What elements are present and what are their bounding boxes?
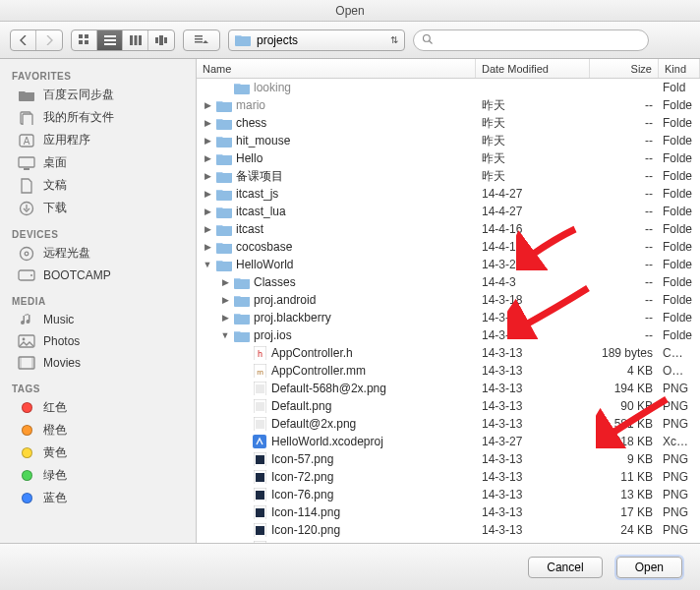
cell-name: ▶itcast — [197, 222, 476, 236]
open-dialog: Open projects ⇅ FAVORITES百度云同步盘我的所有 — [0, 0, 700, 590]
table-row[interactable]: lookingFold — [197, 79, 700, 96]
disclosure-triangle[interactable]: ▶ — [220, 313, 230, 323]
col-name[interactable]: Name — [197, 59, 476, 78]
table-row[interactable]: hAppController.h14-3-13189 bytesC… — [197, 344, 700, 362]
table-row[interactable]: ▶Hello昨天--Folde — [197, 149, 700, 167]
view-columns-button[interactable] — [123, 30, 148, 50]
disclosure-triangle[interactable]: ▶ — [203, 224, 212, 234]
table-row[interactable]: ▶chess昨天--Folde — [197, 114, 700, 132]
file-name: AppController.h — [271, 346, 353, 360]
sidebar-item[interactable]: Photos — [0, 330, 196, 352]
file-name: hit_mouse — [236, 134, 290, 148]
svg-rect-6 — [104, 43, 116, 45]
sidebar-item[interactable]: Movies — [0, 352, 196, 374]
table-row[interactable]: Default-568h@2x.png14-3-13194 KBPNG — [197, 380, 700, 397]
disclosure-triangle[interactable]: ▶ — [203, 242, 212, 252]
sidebar-item[interactable]: BOOTCAMP — [0, 265, 196, 286]
table-row[interactable]: ▶proj.android14-3-18--Folde — [197, 291, 700, 309]
disclosure-triangle[interactable]: ▶ — [203, 171, 212, 181]
search-field[interactable] — [413, 30, 649, 51]
back-button[interactable] — [11, 30, 36, 50]
table-row[interactable]: ▶itcast_lua14-4-27--Folde — [197, 203, 700, 220]
sidebar-item[interactable]: 红色 — [0, 396, 196, 419]
table-row[interactable]: Default@2x.png14-3-13581 KBPNG — [197, 415, 700, 433]
view-coverflow-button[interactable] — [148, 30, 174, 50]
table-row[interactable]: ▶cocosbase14-4-16--Folde — [197, 238, 700, 256]
sidebar-item[interactable]: 蓝色 — [0, 487, 196, 509]
disclosure-triangle[interactable]: ▶ — [203, 136, 212, 146]
disclosure-triangle[interactable]: ▶ — [203, 189, 212, 199]
cell-date: 14-4-27 — [476, 205, 590, 218]
view-list-button[interactable] — [97, 30, 123, 50]
sidebar-item[interactable]: 桌面 — [0, 151, 196, 174]
table-row[interactable]: ▶Classes14-4-3--Folde — [197, 273, 700, 291]
table-row[interactable]: mAppController.mm14-3-134 KBO… — [197, 362, 700, 380]
folder-icon — [216, 222, 232, 236]
table-row[interactable]: ▼proj.ios14-3-27--Folde — [197, 326, 700, 344]
table-row[interactable]: Default.png14-3-1390 KBPNG — [197, 397, 700, 415]
svg-rect-9 — [139, 35, 142, 45]
path-dropdown[interactable]: projects ⇅ — [228, 30, 405, 51]
sidebar-item[interactable]: 绿色 — [0, 464, 196, 487]
disclosure-triangle[interactable]: ▶ — [220, 277, 230, 287]
table-row[interactable]: ▶itcast14-4-16--Folde — [197, 220, 700, 238]
table-row[interactable]: Icon-120.png14-3-1324 KBPNG — [197, 521, 700, 539]
svg-rect-10 — [155, 37, 158, 43]
table-row[interactable]: ▶proj.blackberry14-3-27--Folde — [197, 309, 700, 326]
table-row[interactable]: ▶itcast_js14-4-27--Folde — [197, 185, 700, 203]
cell-name: Default-568h@2x.png — [197, 382, 476, 395]
table-row[interactable]: Icon-57.png14-3-139 KBPNG — [197, 450, 700, 468]
sidebar-item[interactable]: 黄色 — [0, 442, 196, 464]
arrange-button[interactable] — [184, 30, 219, 50]
open-button[interactable]: Open — [616, 557, 682, 578]
cell-kind: Folde — [659, 151, 700, 165]
folder-icon — [234, 328, 250, 342]
sidebar-item-label: 黄色 — [43, 444, 67, 461]
disclosure-triangle[interactable]: ▶ — [203, 206, 212, 216]
view-icon-button[interactable] — [72, 30, 97, 50]
cell-kind: PNG — [659, 488, 700, 502]
table-row[interactable]: Icon-72.png14-3-1311 KBPNG — [197, 468, 700, 486]
svg-point-26 — [25, 252, 29, 256]
table-row[interactable]: ▶备课项目昨天--Folde — [197, 167, 700, 185]
cell-size: 194 KB — [590, 382, 659, 395]
disclosure-triangle[interactable]: ▶ — [203, 118, 212, 128]
sidebar-item[interactable]: 百度云同步盘 — [0, 84, 196, 106]
sidebar-item[interactable]: Music — [0, 309, 196, 330]
col-kind[interactable]: Kind — [659, 59, 700, 78]
table-row[interactable]: Icon-144.png14-3-1326 KBPNG — [197, 539, 700, 543]
forward-button[interactable] — [36, 30, 62, 50]
sidebar-item[interactable]: 文稿 — [0, 174, 196, 197]
col-date[interactable]: Date Modified — [476, 59, 590, 78]
file-name: Icon-57.png — [271, 452, 333, 466]
file-name: HelloWorld — [236, 258, 293, 271]
sidebar-item-label: Movies — [43, 356, 81, 370]
table-row[interactable]: Icon-114.png14-3-1317 KBPNG — [197, 503, 700, 521]
sidebar-item[interactable]: 下载 — [0, 197, 196, 219]
search-input[interactable] — [438, 33, 640, 47]
table-row[interactable]: ▼HelloWorld14-3-27--Folde — [197, 256, 700, 273]
cancel-button[interactable]: Cancel — [528, 557, 602, 578]
sidebar-item[interactable]: 我的所有文件 — [0, 106, 196, 129]
svg-rect-39 — [256, 384, 264, 393]
sidebar-item[interactable]: A应用程序 — [0, 129, 196, 151]
disclosure-triangle[interactable]: ▶ — [220, 295, 230, 305]
search-icon — [422, 31, 434, 49]
svg-rect-55 — [254, 541, 266, 543]
table-row[interactable]: Icon-76.png14-3-1313 KBPNG — [197, 486, 700, 503]
table-row[interactable]: HelloWorld.xcodeproj14-3-27218 KBXc… — [197, 433, 700, 450]
disclosure-triangle[interactable]: ▶ — [203, 153, 212, 163]
table-row[interactable]: ▶hit_mouse昨天--Folde — [197, 132, 700, 149]
table-row[interactable]: ▶mario昨天--Folde — [197, 96, 700, 114]
file-rows[interactable]: lookingFold▶mario昨天--Folde▶chess昨天--Fold… — [197, 79, 700, 543]
col-size[interactable]: Size — [590, 59, 659, 78]
cell-name: ▶itcast_js — [197, 187, 476, 201]
sidebar-item[interactable]: 橙色 — [0, 419, 196, 442]
disclosure-triangle[interactable]: ▶ — [203, 100, 212, 110]
tag-dot — [18, 423, 35, 439]
disclosure-triangle[interactable]: ▼ — [220, 330, 230, 340]
dialog-body: FAVORITES百度云同步盘我的所有文件A应用程序桌面文稿下载DEVICES远… — [0, 59, 700, 543]
folder-icon — [216, 187, 232, 201]
disclosure-triangle[interactable]: ▼ — [203, 260, 212, 269]
sidebar-item[interactable]: 远程光盘 — [0, 242, 196, 265]
